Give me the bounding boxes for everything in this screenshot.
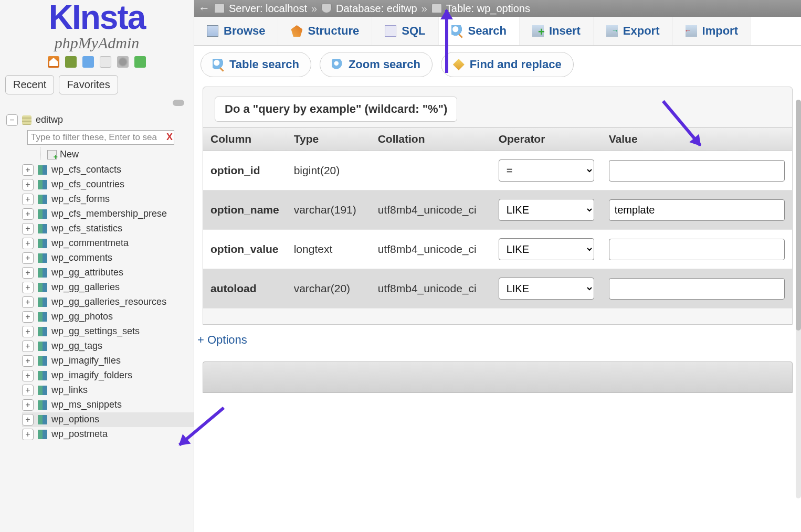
expand-icon[interactable]: + [22,238,34,249]
tree-table-wp_cfs_forms[interactable]: +wp_cfs_forms [22,192,194,207]
table-name: wp_links [51,385,88,396]
table-name: wp_cfs_statistics [51,223,122,234]
value-input[interactable] [609,160,785,182]
tree-table-wp_postmeta[interactable]: +wp_postmeta [22,427,194,442]
operator-select[interactable]: LIKE [499,199,594,221]
expand-icon[interactable]: + [22,194,34,205]
search-subtabs: Table search Zoom search Find and replac… [194,46,801,87]
tab-browse[interactable]: Browse [194,17,278,45]
tree-table-wp_cfs_countries[interactable]: +wp_cfs_countries [22,177,194,192]
expand-icon[interactable]: + [22,429,34,440]
expand-icon[interactable]: + [22,326,34,337]
expand-icon[interactable]: + [22,267,34,279]
tab-search[interactable]: Search [439,17,520,45]
expand-icon[interactable]: + [22,370,34,381]
table-icon [38,342,47,351]
tab-export[interactable]: Export [594,17,673,45]
home-icon[interactable] [48,56,59,68]
clear-filter-icon[interactable]: X [166,132,173,142]
value-input[interactable] [609,278,785,300]
tree-table-wp_options[interactable]: +wp_options [22,412,194,427]
annotation-arrow [445,10,448,73]
tree-new-table[interactable]: New [6,147,194,163]
subtab-find-replace[interactable]: Find and replace [441,52,574,77]
expand-icon[interactable]: + [22,311,34,323]
query-panel: Do a "query by example" (wildcard: "%") … [203,87,793,325]
recent-tab[interactable]: Recent [5,75,54,94]
tree-table-wp_gg_galleries_resources[interactable]: +wp_gg_galleries_resources [22,295,194,310]
breadcrumb-server[interactable]: Server: localhost [229,3,307,15]
table-icon [38,253,47,263]
table-name: wp_cfs_forms [51,194,110,205]
sidebar-scrollbar[interactable] [796,100,801,498]
tree-table-wp_ms_snippets[interactable]: +wp_ms_snippets [22,398,194,412]
tree-table-wp_gg_settings_sets[interactable]: +wp_gg_settings_sets [22,324,194,339]
table-icon [38,327,47,336]
search-icon [451,25,463,37]
expand-icon[interactable]: + [22,296,34,308]
subtab-zoom-search[interactable]: Zoom search [320,52,433,77]
value-input[interactable] [609,239,785,260]
th-column: Column [203,127,287,151]
expand-icon[interactable]: + [22,164,34,176]
expand-icon[interactable]: + [22,355,34,367]
tab-sql[interactable]: SQL [372,17,438,45]
tree-table-wp_imagify_files[interactable]: +wp_imagify_files [22,354,194,368]
tree-table-wp_imagify_folders[interactable]: +wp_imagify_folders [22,368,194,383]
nav-back-icon[interactable]: ← [198,2,210,15]
tree-table-wp_comments[interactable]: +wp_comments [22,251,194,265]
expand-icon[interactable]: + [22,414,34,425]
favorites-tab[interactable]: Favorites [59,75,118,94]
subtab-table-search[interactable]: Table search [201,52,311,77]
value-input[interactable] [609,199,785,221]
breadcrumb-sep: » [421,3,427,15]
logout-icon[interactable] [65,56,77,68]
sidebar-toolbar [0,52,194,72]
docs-icon[interactable] [100,56,111,68]
expand-icon[interactable]: + [22,399,34,411]
operator-select[interactable]: LIKE [499,278,594,300]
table-icon [38,239,47,248]
expand-icon[interactable]: + [22,341,34,352]
expand-icon[interactable]: + [22,385,34,396]
tree-table-wp_cfs_membership_prese[interactable]: +wp_cfs_membership_prese [22,207,194,221]
table-name: wp_commentmeta [51,238,129,249]
breadcrumb-database[interactable]: Database: editwp [336,3,417,15]
tab-insert[interactable]: Insert [520,17,594,45]
collapse-icon[interactable]: − [6,114,18,126]
tree-table-wp_links[interactable]: +wp_links [22,383,194,398]
options-toggle[interactable]: + Options [194,325,801,355]
operator-select[interactable]: = [499,159,594,182]
tree-filter-input[interactable] [27,130,174,145]
tree-table-wp_gg_galleries[interactable]: +wp_gg_galleries [22,280,194,295]
expand-icon[interactable]: + [22,223,34,235]
operator-select[interactable]: LIKE [499,238,594,260]
th-type: Type [287,127,371,151]
link-icon[interactable] [173,100,184,106]
expand-icon[interactable]: + [22,179,34,190]
tab-import[interactable]: Import [673,17,751,45]
tree-database[interactable]: − editwp [6,112,194,128]
search-icon [213,59,224,70]
tree-table-wp_cfs_contacts[interactable]: +wp_cfs_contacts [22,163,194,177]
tree-table-wp_gg_photos[interactable]: +wp_gg_photos [22,310,194,324]
tree-table-wp_gg_attributes[interactable]: +wp_gg_attributes [22,265,194,280]
tree-table-wp_cfs_statistics[interactable]: +wp_cfs_statistics [22,221,194,236]
breadcrumb: ← Server: localhost » Database: editwp »… [194,0,801,17]
sidebar: KInsta phpMyAdmin Recent Favorites − edi… [0,0,194,532]
cell-type: varchar(20) [287,269,371,308]
main-tabs: Browse Structure SQL Search Insert Expor… [194,17,801,46]
tree-table-wp_gg_tags[interactable]: +wp_gg_tags [22,339,194,354]
reload-icon[interactable] [134,56,146,68]
breadcrumb-table[interactable]: Table: wp_options [446,3,530,15]
settings-icon[interactable] [117,56,129,68]
expand-icon[interactable]: + [22,282,34,293]
help-icon[interactable] [82,56,94,68]
main-content: ← Server: localhost » Database: editwp »… [194,0,801,532]
expand-icon[interactable]: + [22,252,34,264]
database-icon [22,115,31,125]
expand-icon[interactable]: + [22,208,34,220]
tab-structure[interactable]: Structure [278,17,372,45]
tree-table-wp_commentmeta[interactable]: +wp_commentmeta [22,236,194,251]
cell-type: bigint(20) [287,151,371,190]
